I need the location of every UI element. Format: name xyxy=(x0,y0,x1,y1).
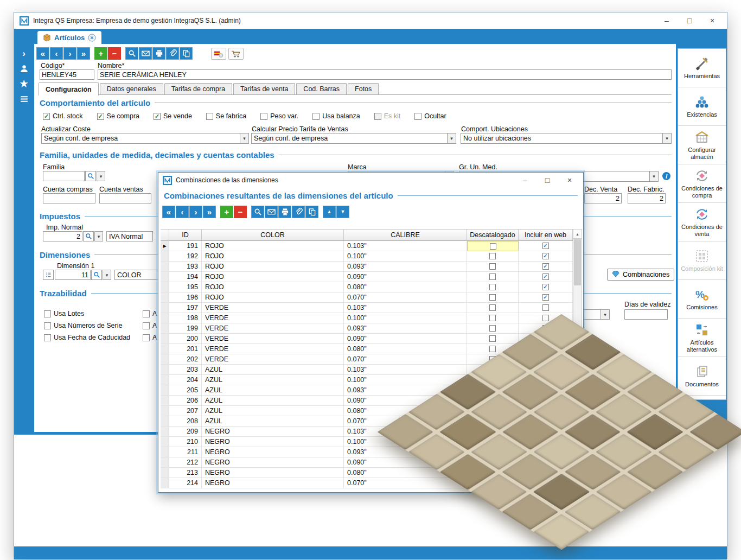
cart-button[interactable] xyxy=(228,48,244,60)
row-selector[interactable] xyxy=(161,303,169,313)
close-button[interactable]: × xyxy=(703,12,721,29)
cell-color[interactable]: AZUL xyxy=(202,385,344,396)
copy-button[interactable] xyxy=(180,47,193,60)
cell-descatalogado[interactable] xyxy=(467,272,519,282)
descatalogado-checkbox[interactable] xyxy=(489,325,496,332)
cell-id[interactable]: 212 xyxy=(169,457,202,468)
row-selector[interactable] xyxy=(161,292,169,303)
scroll-up-button[interactable] xyxy=(573,230,582,239)
descatalogado-checkbox[interactable] xyxy=(489,284,496,290)
checkbox-usa-fecha-de-caducidad[interactable]: Usa Fecha de Caducidad xyxy=(44,334,130,341)
sidebar-item-documentos[interactable]: Documentos xyxy=(678,357,726,396)
tab-tarifas-de-compra[interactable]: Tarifas de compra xyxy=(164,83,232,95)
cell-id[interactable]: 201 xyxy=(169,344,202,354)
down-button[interactable]: ▼ xyxy=(336,206,349,218)
cell-id[interactable]: 209 xyxy=(169,427,202,437)
expand-panel-icon[interactable]: › xyxy=(22,49,25,58)
row-selector[interactable] xyxy=(161,344,169,354)
cell-calibre[interactable]: 0.103" xyxy=(344,365,467,375)
checkbox-ocultar[interactable]: Ocultar xyxy=(414,112,446,120)
dimension-list-button[interactable] xyxy=(43,270,54,280)
descatalogado-checkbox[interactable] xyxy=(489,253,496,259)
checkbox-a[interactable]: A xyxy=(143,322,157,329)
scroll-thumb[interactable] xyxy=(574,239,581,285)
cell-color[interactable]: AZUL xyxy=(202,375,344,385)
row-selector[interactable] xyxy=(161,313,169,323)
cell-calibre[interactable]: 0.100" xyxy=(344,375,467,385)
imp-normal-dropdown-button[interactable] xyxy=(94,231,103,241)
cell-calibre[interactable]: 0.070" xyxy=(344,292,467,303)
cell-id[interactable]: 191 xyxy=(169,241,202,251)
modal-close-button[interactable]: × xyxy=(560,172,579,188)
descatalogado-checkbox[interactable] xyxy=(489,273,496,280)
cell-descatalogado[interactable] xyxy=(467,292,519,303)
prev-button[interactable]: ‹ xyxy=(50,47,63,60)
cell-id[interactable]: 193 xyxy=(169,262,202,272)
hamburger-menu-icon[interactable] xyxy=(20,94,29,104)
cell-descatalogado[interactable] xyxy=(467,251,519,262)
incluir-web-checkbox[interactable]: ✓ xyxy=(542,253,549,259)
row-selector[interactable] xyxy=(161,396,169,406)
row-selector[interactable] xyxy=(161,468,169,478)
cell-color[interactable]: ROJO xyxy=(202,241,344,251)
descatalogado-checkbox[interactable] xyxy=(489,346,496,352)
column-header-id[interactable]: ID xyxy=(169,229,202,241)
favorites-star-icon[interactable]: ★ xyxy=(20,79,28,88)
sidebar-item-existencias[interactable]: Existencias xyxy=(678,87,726,126)
cell-id[interactable]: 204 xyxy=(169,375,202,385)
maximize-button[interactable]: □ xyxy=(680,12,699,29)
column-header-incluir-en-web[interactable]: Incluir en web xyxy=(519,229,573,241)
dias-validez-input[interactable] xyxy=(624,309,668,320)
checkbox-se-vende[interactable]: ✓Se vende xyxy=(154,112,192,120)
sidebar-item-comisiones[interactable]: %Comisiones xyxy=(678,280,726,319)
cell-descatalogado[interactable] xyxy=(467,313,519,323)
email-button[interactable] xyxy=(265,206,278,218)
search-button[interactable] xyxy=(125,47,138,60)
tab-close-icon[interactable] xyxy=(88,34,96,42)
cell-calibre[interactable]: 0.080" xyxy=(344,344,467,354)
cell-incluir-web[interactable]: ✓ xyxy=(519,272,573,282)
descatalogado-checkbox[interactable] xyxy=(489,304,496,311)
descatalogado-checkbox[interactable] xyxy=(490,243,496,250)
incluir-web-checkbox[interactable]: ✓ xyxy=(542,294,549,301)
cell-color[interactable]: ROJO xyxy=(202,272,344,282)
row-selector[interactable] xyxy=(161,437,169,447)
checkbox-peso-var[interactable]: Peso var. xyxy=(260,112,298,120)
checkbox-usa-números-de-serie[interactable]: Usa Números de Serie xyxy=(44,322,130,329)
cell-id[interactable]: 211 xyxy=(169,447,202,457)
cell-id[interactable]: 197 xyxy=(169,303,202,313)
descatalogado-checkbox[interactable] xyxy=(489,335,496,342)
add-button[interactable]: + xyxy=(220,206,233,218)
cell-id[interactable]: 205 xyxy=(169,385,202,396)
row-selector[interactable] xyxy=(161,447,169,457)
row-selector[interactable] xyxy=(161,323,169,334)
row-selector[interactable] xyxy=(161,251,169,262)
row-selector[interactable] xyxy=(161,334,169,344)
cell-color[interactable]: VERDE xyxy=(202,303,344,313)
sidebar-item-herramientas[interactable]: Herramientas xyxy=(678,49,726,87)
email-button[interactable] xyxy=(139,47,152,60)
incluir-web-checkbox[interactable] xyxy=(542,315,549,321)
row-selector[interactable] xyxy=(161,272,169,282)
first-button[interactable]: « xyxy=(36,47,49,60)
checkbox-se-compra[interactable]: ✓Se compra xyxy=(97,112,139,120)
cuenta-compras-input[interactable] xyxy=(43,193,95,203)
column-header-calibre[interactable]: CALIBRE xyxy=(344,229,467,241)
cell-calibre[interactable]: 0.093" xyxy=(344,262,467,272)
cell-color[interactable]: AZUL xyxy=(202,396,344,406)
modal-minimize-button[interactable]: – xyxy=(516,172,534,188)
descatalogado-checkbox[interactable] xyxy=(489,263,496,270)
row-selector[interactable]: ▶ xyxy=(161,241,169,251)
cell-id[interactable]: 206 xyxy=(169,396,202,406)
cell-id[interactable]: 196 xyxy=(169,292,202,303)
cell-incluir-web[interactable]: ✓ xyxy=(519,251,573,262)
cell-incluir-web[interactable]: ✓ xyxy=(519,282,573,292)
tab-tarifas-de-venta[interactable]: Tarifas de venta xyxy=(233,83,295,95)
first-button[interactable]: « xyxy=(162,206,175,218)
next-button[interactable]: › xyxy=(63,47,76,60)
cell-id[interactable]: 208 xyxy=(169,416,202,427)
sidebar-item-configurar-almacén[interactable]: Configurar almacén xyxy=(678,126,726,164)
sidebar-item-artículos-alternativos[interactable]: Artículos alternativos xyxy=(678,319,726,357)
combinaciones-button[interactable]: Combinaciones xyxy=(607,269,674,281)
row-selector[interactable] xyxy=(161,427,169,437)
